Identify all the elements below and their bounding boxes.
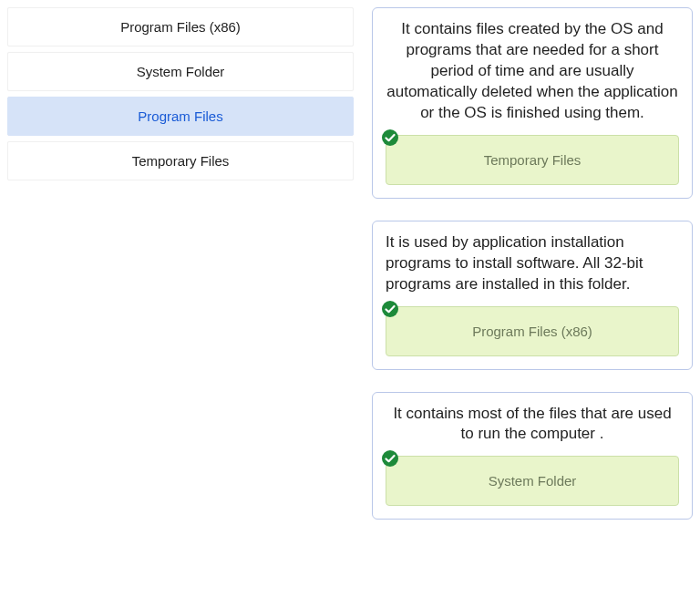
svg-point-0 xyxy=(382,129,398,146)
card-description: It contains most of the files that are u… xyxy=(386,404,679,446)
card-temporary-files: It contains files created by the OS and … xyxy=(372,7,693,199)
card-description: It is used by application installation p… xyxy=(386,232,679,295)
slot-answer: System Folder xyxy=(489,473,577,489)
drop-slot[interactable]: System Folder xyxy=(386,456,679,506)
svg-point-1 xyxy=(382,301,398,317)
check-icon xyxy=(381,129,399,147)
drop-slot[interactable]: Program Files (x86) xyxy=(386,306,679,356)
slot-answer: Program Files (x86) xyxy=(472,324,592,339)
svg-point-2 xyxy=(382,450,398,467)
check-icon xyxy=(381,300,399,318)
slot-answer: Temporary Files xyxy=(484,152,582,168)
option-program-files[interactable]: Program Files xyxy=(7,97,354,136)
option-program-files-x86[interactable]: Program Files (x86) xyxy=(7,7,354,46)
card-description: It contains files created by the OS and … xyxy=(386,19,679,124)
dropzones-column: It contains files created by the OS and … xyxy=(372,7,693,590)
card-program-files-x86: It is used by application installation p… xyxy=(372,221,693,370)
drop-slot[interactable]: Temporary Files xyxy=(386,135,679,185)
check-icon xyxy=(381,449,399,468)
option-temporary-files[interactable]: Temporary Files xyxy=(7,141,354,180)
card-system-folder: It contains most of the files that are u… xyxy=(372,392,693,520)
options-list: Program Files (x86) System Folder Progra… xyxy=(7,7,354,590)
option-system-folder[interactable]: System Folder xyxy=(7,52,354,91)
